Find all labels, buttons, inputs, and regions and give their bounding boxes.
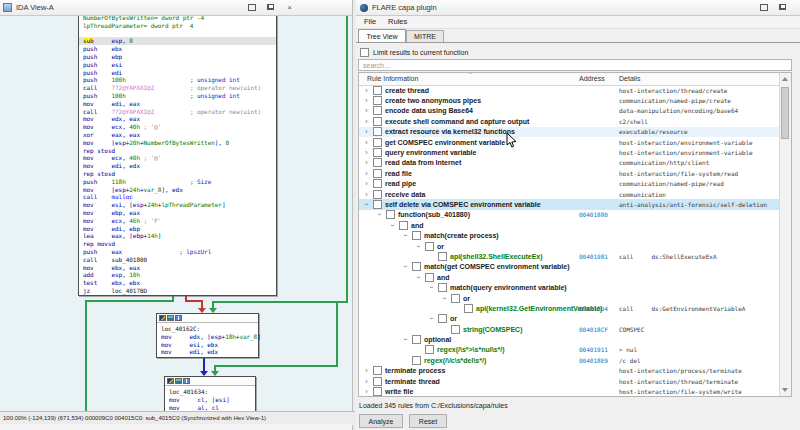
rule-checkbox[interactable] [438,283,447,292]
rule-checkbox[interactable] [373,190,382,199]
rule-checkbox[interactable] [373,106,382,115]
basic-block-main[interactable]: NumberOfBytesWritten= dword ptr -4lpThre… [78,10,277,296]
rule-checkbox[interactable] [373,200,382,209]
rule-checkbox[interactable] [399,221,408,230]
tab-tree-view[interactable]: Tree View [358,29,406,42]
chevron-collapsed-icon[interactable]: › [363,367,370,374]
capa-rule-row[interactable]: ›receive datacommunication [359,189,780,199]
capa-rule-row[interactable]: ›get COMSPEC environment variablehost-in… [359,137,780,147]
asm-line[interactable]: jz loc_4017BD [83,287,272,295]
asm-line[interactable] [83,30,272,38]
rule-checkbox[interactable] [412,231,421,240]
capa-rule-row[interactable]: ›create threadhost-interaction/thread/cr… [359,85,780,95]
rule-checkbox[interactable] [373,127,382,136]
rule-checkbox[interactable] [373,366,382,375]
capa-rule-row[interactable]: regex(/\s*>\s*nul\s*/)00401911> nul [359,345,780,355]
rule-checkbox[interactable] [373,138,382,147]
rule-checkbox[interactable] [412,262,421,271]
rule-checkbox[interactable] [373,169,382,178]
chevron-collapsed-icon[interactable]: › [363,128,370,135]
rule-checkbox[interactable] [373,86,382,95]
asm-line[interactable]: mov ecx, 46h ; 'F' [83,217,272,225]
rule-checkbox[interactable] [373,377,382,386]
asm-line[interactable]: xor eax, eax [83,131,272,139]
chevron-expanded-icon[interactable]: › [441,295,448,302]
chevron-expanded-icon[interactable]: › [415,243,422,250]
capa-rule-row[interactable]: ›terminate threadhost-interaction/thread… [359,376,780,386]
chevron-collapsed-icon[interactable]: › [363,180,370,187]
rule-checkbox[interactable] [373,387,382,396]
close-icon[interactable]: × [796,2,800,12]
float-window-icon[interactable] [777,2,788,12]
asm-line[interactable]: mov [esp+24h+var_8], edx [83,186,272,194]
match-address[interactable]: 00401981 [579,253,608,260]
capa-rule-row[interactable]: ›or [359,293,780,303]
maximize-icon[interactable] [758,2,769,12]
node-hint-icon[interactable] [175,315,182,321]
capa-rule-row[interactable]: api(shell32.ShellExecuteEx)00401981call … [359,251,780,261]
search-input[interactable] [358,59,792,71]
node-color-icon[interactable] [159,315,166,321]
asm-line[interactable]: mov [esp+20h+NumberOfBytesWritten], 0 [83,139,272,147]
tab-mitre[interactable]: MITRE [406,30,444,42]
asm-line[interactable]: call sub_401800 [83,256,272,264]
asm-line[interactable]: loc_401634: [169,388,251,396]
menu-rules[interactable]: Rules [388,17,407,26]
chevron-collapsed-icon[interactable]: › [363,170,370,177]
capa-rule-row[interactable]: ›or [359,314,780,324]
asm-line[interactable]: rep movsd [83,240,272,248]
asm-line[interactable]: push 100h ; unsigned int [83,92,272,100]
rule-checkbox[interactable] [451,294,460,303]
column-rule-information[interactable]: Rule Information [367,73,418,85]
asm-line[interactable]: push esi [83,61,272,69]
chevron-collapsed-icon[interactable]: › [363,388,370,395]
rule-checkbox[interactable] [438,252,447,261]
menu-file[interactable]: File [364,17,376,26]
asm-line[interactable]: mov edi, edx [83,162,272,170]
capa-rule-row[interactable]: ›and [359,272,780,282]
rule-checkbox[interactable] [373,96,382,105]
match-address[interactable]: 00401880 [579,211,608,218]
asm-line[interactable]: rep stosd [83,147,272,155]
asm-line[interactable]: add esp, 10h [83,271,272,279]
capa-rule-row[interactable]: ›or [359,241,780,251]
capa-rule-row[interactable]: ›create two anonymous pipescommunication… [359,95,780,105]
basic-block-loc-40162C[interactable]: loc_40162C:mov edx, [esp+18h+var_8]mov e… [156,313,259,358]
asm-line[interactable]: sub esp, 8 [79,37,276,45]
asm-line[interactable]: push ebx [83,45,272,53]
capa-rule-row[interactable]: ›encode data using Base64data-manipulati… [359,106,780,116]
column-details[interactable]: Details [619,73,640,85]
capa-rule-row[interactable]: api(kernel32.GetEnvironmentVariable)0040… [359,303,780,313]
chevron-expanded-icon[interactable]: › [428,284,435,291]
rule-checkbox[interactable] [425,273,434,282]
capa-rule-row[interactable]: ›terminate processhost-interaction/proce… [359,366,780,376]
analyze-button[interactable]: Analyze [359,414,403,428]
capa-rule-row[interactable]: ›read pipecommunication/named-pipe/read [359,179,780,189]
capa-rule-row[interactable]: ›match(get COMSPEC environment variable) [359,262,780,272]
match-address[interactable]: 004018CF [579,326,608,333]
capa-rule-row[interactable]: ›extract resource via kernel32 functions… [359,127,780,137]
chevron-expanded-icon[interactable]: › [415,274,422,281]
capa-rule-row[interactable]: regex(/\/c\s*del\s*/)004018E9/c del [359,355,780,365]
basic-block-loc-401634[interactable]: loc_401634:mov cl, [esi]mov al, cl [164,376,256,413]
chevron-expanded-icon[interactable]: › [428,315,435,322]
asm-line[interactable]: lea eax, [ebp+14h] [83,232,272,240]
rule-checkbox[interactable] [464,304,473,313]
asm-line[interactable]: mov ebp, eax [83,209,272,217]
asm-line[interactable]: mov edx, eax [83,115,272,123]
scrollbar-down-icon[interactable] [782,388,788,392]
asm-line[interactable]: mov esi, [esp+24h+lpThreadParameter] [83,201,272,209]
asm-line[interactable]: mov esi, ebx [161,341,254,349]
match-address[interactable]: 004018E9 [579,357,608,364]
capa-rule-row[interactable]: string(COMSPEC)004018CFCOMSPEC [359,324,780,334]
capa-rule-row[interactable]: ›optional [359,334,780,344]
rule-checkbox[interactable] [386,210,395,219]
asm-line[interactable]: mov cl, [esi] [169,396,251,404]
match-address[interactable]: 00401911 [579,346,608,353]
asm-line[interactable]: push 100h ; unsigned int [83,76,272,84]
rule-checkbox[interactable] [438,314,447,323]
chevron-expanded-icon[interactable]: › [402,232,409,239]
chevron-collapsed-icon[interactable]: › [363,107,370,114]
capa-rule-row[interactable]: ›query environment variablehost-interact… [359,147,780,157]
close-icon[interactable]: × [284,2,295,12]
